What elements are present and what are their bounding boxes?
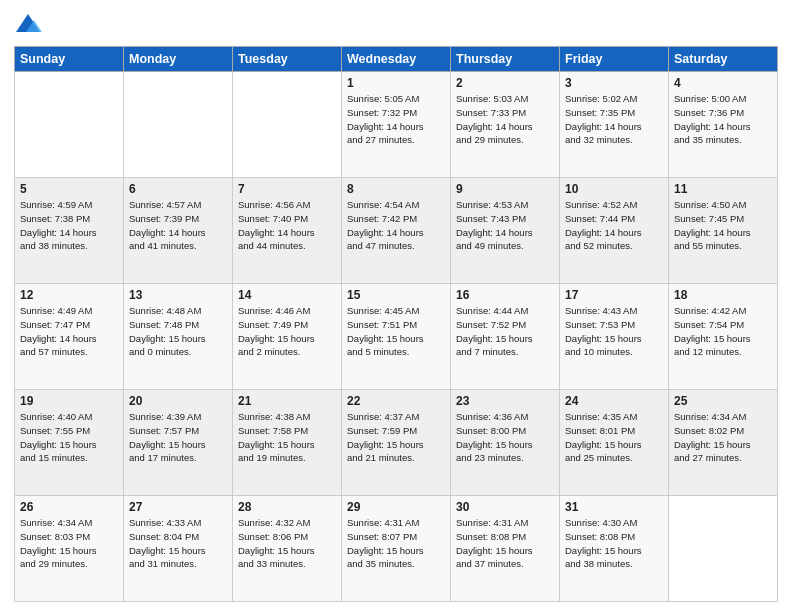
- day-cell: 13Sunrise: 4:48 AMSunset: 7:48 PMDayligh…: [124, 284, 233, 390]
- logo: [14, 10, 46, 38]
- day-number: 29: [347, 500, 445, 514]
- day-number: 26: [20, 500, 118, 514]
- day-cell: 3Sunrise: 5:02 AMSunset: 7:35 PMDaylight…: [560, 72, 669, 178]
- day-number: 22: [347, 394, 445, 408]
- day-info: Sunrise: 4:31 AMSunset: 8:07 PMDaylight:…: [347, 516, 445, 571]
- weekday-header-monday: Monday: [124, 47, 233, 72]
- week-row-2: 5Sunrise: 4:59 AMSunset: 7:38 PMDaylight…: [15, 178, 778, 284]
- day-cell: 12Sunrise: 4:49 AMSunset: 7:47 PMDayligh…: [15, 284, 124, 390]
- day-cell: 7Sunrise: 4:56 AMSunset: 7:40 PMDaylight…: [233, 178, 342, 284]
- day-number: 17: [565, 288, 663, 302]
- day-cell: 21Sunrise: 4:38 AMSunset: 7:58 PMDayligh…: [233, 390, 342, 496]
- day-info: Sunrise: 4:52 AMSunset: 7:44 PMDaylight:…: [565, 198, 663, 253]
- day-info: Sunrise: 4:34 AMSunset: 8:02 PMDaylight:…: [674, 410, 772, 465]
- day-number: 2: [456, 76, 554, 90]
- day-info: Sunrise: 4:59 AMSunset: 7:38 PMDaylight:…: [20, 198, 118, 253]
- day-number: 28: [238, 500, 336, 514]
- day-cell: 31Sunrise: 4:30 AMSunset: 8:08 PMDayligh…: [560, 496, 669, 602]
- day-info: Sunrise: 4:35 AMSunset: 8:01 PMDaylight:…: [565, 410, 663, 465]
- day-number: 6: [129, 182, 227, 196]
- day-cell: 8Sunrise: 4:54 AMSunset: 7:42 PMDaylight…: [342, 178, 451, 284]
- day-cell: 14Sunrise: 4:46 AMSunset: 7:49 PMDayligh…: [233, 284, 342, 390]
- day-number: 7: [238, 182, 336, 196]
- day-cell: 19Sunrise: 4:40 AMSunset: 7:55 PMDayligh…: [15, 390, 124, 496]
- day-number: 13: [129, 288, 227, 302]
- day-cell: [233, 72, 342, 178]
- day-number: 21: [238, 394, 336, 408]
- day-cell: 23Sunrise: 4:36 AMSunset: 8:00 PMDayligh…: [451, 390, 560, 496]
- day-info: Sunrise: 4:50 AMSunset: 7:45 PMDaylight:…: [674, 198, 772, 253]
- week-row-4: 19Sunrise: 4:40 AMSunset: 7:55 PMDayligh…: [15, 390, 778, 496]
- day-number: 3: [565, 76, 663, 90]
- day-info: Sunrise: 4:45 AMSunset: 7:51 PMDaylight:…: [347, 304, 445, 359]
- header: [14, 10, 778, 38]
- day-cell: 15Sunrise: 4:45 AMSunset: 7:51 PMDayligh…: [342, 284, 451, 390]
- day-cell: [124, 72, 233, 178]
- day-cell: 22Sunrise: 4:37 AMSunset: 7:59 PMDayligh…: [342, 390, 451, 496]
- day-info: Sunrise: 4:39 AMSunset: 7:57 PMDaylight:…: [129, 410, 227, 465]
- weekday-header-thursday: Thursday: [451, 47, 560, 72]
- day-info: Sunrise: 4:53 AMSunset: 7:43 PMDaylight:…: [456, 198, 554, 253]
- day-info: Sunrise: 5:00 AMSunset: 7:36 PMDaylight:…: [674, 92, 772, 147]
- day-number: 24: [565, 394, 663, 408]
- day-info: Sunrise: 4:44 AMSunset: 7:52 PMDaylight:…: [456, 304, 554, 359]
- day-info: Sunrise: 4:54 AMSunset: 7:42 PMDaylight:…: [347, 198, 445, 253]
- day-cell: 20Sunrise: 4:39 AMSunset: 7:57 PMDayligh…: [124, 390, 233, 496]
- day-number: 8: [347, 182, 445, 196]
- day-cell: 27Sunrise: 4:33 AMSunset: 8:04 PMDayligh…: [124, 496, 233, 602]
- day-info: Sunrise: 4:38 AMSunset: 7:58 PMDaylight:…: [238, 410, 336, 465]
- day-info: Sunrise: 4:36 AMSunset: 8:00 PMDaylight:…: [456, 410, 554, 465]
- day-number: 10: [565, 182, 663, 196]
- day-number: 5: [20, 182, 118, 196]
- day-info: Sunrise: 4:32 AMSunset: 8:06 PMDaylight:…: [238, 516, 336, 571]
- day-cell: 17Sunrise: 4:43 AMSunset: 7:53 PMDayligh…: [560, 284, 669, 390]
- day-number: 14: [238, 288, 336, 302]
- day-info: Sunrise: 4:46 AMSunset: 7:49 PMDaylight:…: [238, 304, 336, 359]
- day-cell: 16Sunrise: 4:44 AMSunset: 7:52 PMDayligh…: [451, 284, 560, 390]
- week-row-5: 26Sunrise: 4:34 AMSunset: 8:03 PMDayligh…: [15, 496, 778, 602]
- week-row-1: 1Sunrise: 5:05 AMSunset: 7:32 PMDaylight…: [15, 72, 778, 178]
- page: SundayMondayTuesdayWednesdayThursdayFrid…: [0, 0, 792, 612]
- day-info: Sunrise: 4:37 AMSunset: 7:59 PMDaylight:…: [347, 410, 445, 465]
- day-info: Sunrise: 4:49 AMSunset: 7:47 PMDaylight:…: [20, 304, 118, 359]
- day-number: 31: [565, 500, 663, 514]
- day-cell: 5Sunrise: 4:59 AMSunset: 7:38 PMDaylight…: [15, 178, 124, 284]
- day-info: Sunrise: 5:03 AMSunset: 7:33 PMDaylight:…: [456, 92, 554, 147]
- day-info: Sunrise: 4:33 AMSunset: 8:04 PMDaylight:…: [129, 516, 227, 571]
- day-number: 9: [456, 182, 554, 196]
- day-info: Sunrise: 4:42 AMSunset: 7:54 PMDaylight:…: [674, 304, 772, 359]
- day-info: Sunrise: 4:57 AMSunset: 7:39 PMDaylight:…: [129, 198, 227, 253]
- week-row-3: 12Sunrise: 4:49 AMSunset: 7:47 PMDayligh…: [15, 284, 778, 390]
- day-number: 1: [347, 76, 445, 90]
- day-info: Sunrise: 4:43 AMSunset: 7:53 PMDaylight:…: [565, 304, 663, 359]
- day-number: 15: [347, 288, 445, 302]
- day-number: 16: [456, 288, 554, 302]
- day-cell: 10Sunrise: 4:52 AMSunset: 7:44 PMDayligh…: [560, 178, 669, 284]
- day-info: Sunrise: 5:02 AMSunset: 7:35 PMDaylight:…: [565, 92, 663, 147]
- day-number: 23: [456, 394, 554, 408]
- day-info: Sunrise: 4:34 AMSunset: 8:03 PMDaylight:…: [20, 516, 118, 571]
- day-cell: 25Sunrise: 4:34 AMSunset: 8:02 PMDayligh…: [669, 390, 778, 496]
- day-info: Sunrise: 4:56 AMSunset: 7:40 PMDaylight:…: [238, 198, 336, 253]
- day-number: 18: [674, 288, 772, 302]
- day-cell: 24Sunrise: 4:35 AMSunset: 8:01 PMDayligh…: [560, 390, 669, 496]
- day-cell: 26Sunrise: 4:34 AMSunset: 8:03 PMDayligh…: [15, 496, 124, 602]
- calendar-table: SundayMondayTuesdayWednesdayThursdayFrid…: [14, 46, 778, 602]
- weekday-header-row: SundayMondayTuesdayWednesdayThursdayFrid…: [15, 47, 778, 72]
- day-number: 19: [20, 394, 118, 408]
- day-cell: [669, 496, 778, 602]
- day-number: 12: [20, 288, 118, 302]
- logo-icon: [14, 10, 42, 38]
- day-number: 30: [456, 500, 554, 514]
- day-cell: 4Sunrise: 5:00 AMSunset: 7:36 PMDaylight…: [669, 72, 778, 178]
- day-info: Sunrise: 5:05 AMSunset: 7:32 PMDaylight:…: [347, 92, 445, 147]
- day-number: 25: [674, 394, 772, 408]
- weekday-header-friday: Friday: [560, 47, 669, 72]
- day-number: 4: [674, 76, 772, 90]
- weekday-header-tuesday: Tuesday: [233, 47, 342, 72]
- day-number: 27: [129, 500, 227, 514]
- day-cell: 30Sunrise: 4:31 AMSunset: 8:08 PMDayligh…: [451, 496, 560, 602]
- day-cell: 6Sunrise: 4:57 AMSunset: 7:39 PMDaylight…: [124, 178, 233, 284]
- day-number: 11: [674, 182, 772, 196]
- day-cell: 9Sunrise: 4:53 AMSunset: 7:43 PMDaylight…: [451, 178, 560, 284]
